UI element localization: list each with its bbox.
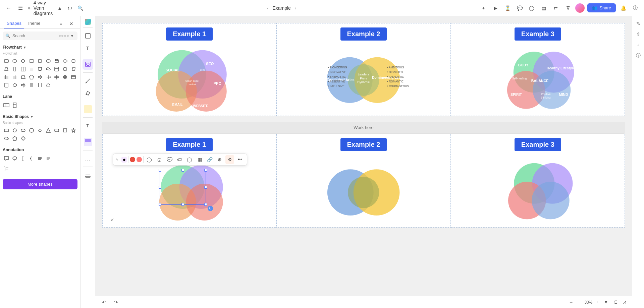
- bs-circle[interactable]: [11, 127, 18, 134]
- back-button[interactable]: ←: [4, 4, 13, 12]
- ann-lines2[interactable]: [45, 155, 52, 162]
- bs-triangle[interactable]: [45, 127, 52, 134]
- chevron-right-icon[interactable]: ›: [291, 3, 300, 13]
- shape-hexagon[interactable]: [61, 65, 69, 73]
- color-swatch[interactable]: [85, 19, 91, 25]
- canvas-scroll[interactable]: Example 1 SOCIAL SEO: [95, 16, 632, 296]
- search-button[interactable]: 🔍: [76, 3, 85, 13]
- basic-shapes-header[interactable]: Basic Shapes ▼: [3, 113, 77, 120]
- more-shapes-button[interactable]: More shapes: [3, 179, 77, 189]
- floating-toolbar[interactable]: ✎ ◆ ◯ ◶ 💬 🏷 ◯: [113, 153, 247, 166]
- shape-cylinder[interactable]: [53, 57, 60, 65]
- shape-fork[interactable]: [53, 73, 60, 81]
- tab-theme[interactable]: Theme: [24, 19, 43, 28]
- shape-lines3[interactable]: [11, 73, 18, 81]
- save-button[interactable]: ▲: [56, 3, 63, 13]
- ft-ai-btn[interactable]: ⚙: [225, 155, 234, 164]
- shape-half-circle[interactable]: [45, 81, 52, 89]
- menu-button[interactable]: ☰: [16, 3, 25, 12]
- zoom-in-button[interactable]: +: [594, 299, 601, 306]
- shape-oval[interactable]: [61, 57, 69, 65]
- shape-trapezoid[interactable]: [3, 65, 10, 73]
- shape-branch[interactable]: [45, 73, 52, 81]
- shape-pentagon[interactable]: [28, 73, 35, 81]
- bs-square[interactable]: [61, 127, 69, 134]
- shape-trapezoid2[interactable]: [19, 73, 27, 81]
- shape-lines4[interactable]: [28, 81, 35, 89]
- shape-rect3[interactable]: [70, 73, 77, 81]
- shape-doc[interactable]: [36, 65, 44, 73]
- shape-grid-rect[interactable]: [19, 65, 27, 73]
- zoom-dropdown[interactable]: ▼: [602, 299, 610, 306]
- shape-rect2[interactable]: [28, 57, 35, 65]
- top-example-1[interactable]: Example 1 SOCIAL SEO: [102, 23, 276, 116]
- shape-rounded-rect[interactable]: [11, 57, 18, 65]
- shape-parallelogram[interactable]: [36, 57, 44, 65]
- shape-bracket[interactable]: [36, 81, 44, 89]
- shape-rect[interactable]: [3, 57, 10, 65]
- bottom-examples-section[interactable]: Example 1 ✎ ◆ ◯ ◶: [102, 133, 625, 228]
- lane-v[interactable]: [11, 102, 18, 109]
- ann-brace2[interactable]: }=: [3, 165, 10, 172]
- ft-color-salmon[interactable]: [137, 157, 142, 162]
- undo-button[interactable]: ↶: [99, 298, 109, 307]
- share-button[interactable]: 👥 Share: [587, 3, 616, 12]
- bs-pentagon[interactable]: [11, 135, 18, 142]
- page-tool[interactable]: [83, 137, 93, 147]
- shape-cloud[interactable]: [45, 65, 52, 73]
- bs-star[interactable]: [70, 127, 77, 134]
- text-tool2[interactable]: T: [83, 120, 93, 131]
- ft-size-btn[interactable]: ◯: [145, 155, 154, 164]
- sidebar-close-icon[interactable]: ✕: [67, 19, 76, 28]
- text-tool[interactable]: T: [83, 43, 93, 53]
- zoom-out-button[interactable]: −: [577, 299, 583, 306]
- avatar-button[interactable]: [575, 3, 585, 13]
- tag-button[interactable]: 🏷: [66, 3, 73, 13]
- notification-button[interactable]: 🔔: [619, 3, 628, 13]
- bs-diamond[interactable]: [19, 135, 27, 142]
- ann-lines[interactable]: [36, 155, 44, 162]
- ann-bubble[interactable]: [11, 155, 18, 162]
- bottom-example-2[interactable]: Example 2: [276, 134, 450, 228]
- redo-button[interactable]: ↷: [111, 298, 121, 307]
- shape-lines[interactable]: [28, 65, 35, 73]
- shape-data[interactable]: [70, 65, 77, 73]
- cursor-tool[interactable]: →: [567, 299, 575, 306]
- shape-lines2[interactable]: [3, 73, 10, 81]
- rs-info-button[interactable]: ⓘ: [634, 51, 643, 60]
- clock-button[interactable]: ◯: [527, 3, 536, 13]
- shape-arrow[interactable]: [36, 73, 44, 81]
- grid-button[interactable]: ▤: [539, 3, 548, 13]
- arrows-button[interactable]: ⇄: [551, 3, 560, 13]
- chevron-left-icon[interactable]: ‹: [263, 3, 272, 13]
- shape-arrow2[interactable]: [19, 81, 27, 89]
- play-button[interactable]: ▶: [491, 3, 500, 13]
- shape-term[interactable]: [53, 65, 60, 73]
- lane-header[interactable]: Lane: [3, 93, 77, 100]
- ft-comment-btn[interactable]: 💬: [165, 155, 174, 164]
- more-tool[interactable]: …: [83, 153, 93, 164]
- pen-tool[interactable]: [83, 75, 93, 86]
- ft-table-btn[interactable]: ▦: [195, 155, 204, 164]
- shape-circle[interactable]: [70, 57, 77, 65]
- top-example-3[interactable]: Example 3 BODY Healthy Lifestyle BALAN: [451, 23, 625, 116]
- search-dropdown-icon[interactable]: ▼: [69, 33, 75, 39]
- bs-oval[interactable]: [19, 127, 27, 134]
- ft-duplicate-btn[interactable]: ◶: [155, 155, 164, 164]
- bs-loops[interactable]: [36, 127, 44, 134]
- bottom-tool[interactable]: [83, 170, 93, 180]
- ft-color-red[interactable]: [130, 157, 135, 162]
- shape-tool[interactable]: [83, 59, 93, 70]
- fullscreen-button[interactable]: ◿: [621, 299, 628, 306]
- flowchart-header[interactable]: Flowchart ▼: [3, 44, 77, 51]
- ft-tag-btn[interactable]: 🏷: [175, 155, 184, 164]
- search-input[interactable]: [12, 34, 57, 38]
- chat-button[interactable]: 💬: [515, 3, 524, 13]
- bs-rounded-rect[interactable]: [53, 127, 60, 134]
- angle-button[interactable]: ∇: [563, 3, 573, 13]
- shape-circle2[interactable]: [61, 73, 69, 81]
- shape-stadium[interactable]: [45, 57, 52, 65]
- fit-button[interactable]: ∈: [611, 299, 619, 306]
- shape-rect4[interactable]: [3, 81, 10, 89]
- shape-diamond[interactable]: [19, 57, 27, 65]
